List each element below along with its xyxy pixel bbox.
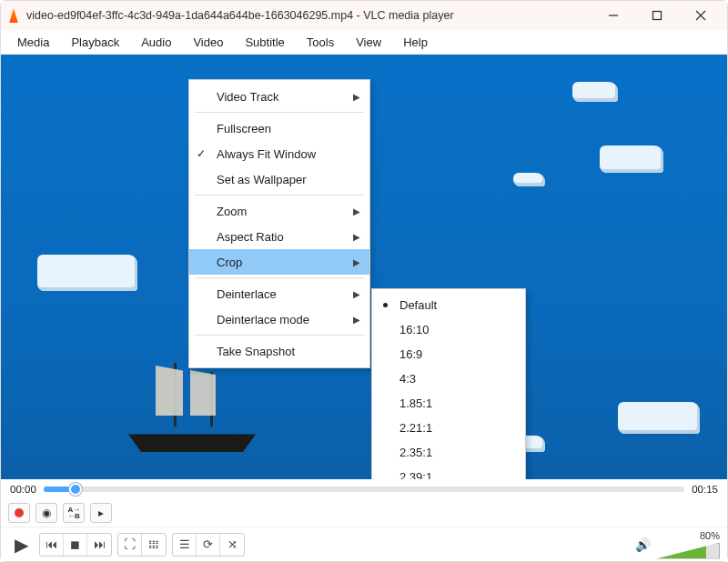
menu-item-label: Crop — [217, 256, 242, 269]
loop-ab-icon: A→←B — [68, 507, 80, 519]
stop-button[interactable]: ◼ — [64, 534, 87, 556]
record-icon — [15, 508, 24, 517]
crop-option-label: 2.35:1 — [399, 446, 432, 459]
menu-item-aspect-ratio[interactable]: Aspect Ratio▶ — [189, 224, 369, 249]
submenu-arrow-icon: ▶ — [353, 257, 360, 267]
menu-separator — [195, 195, 364, 196]
check-icon: ✓ — [197, 147, 206, 160]
crop-option[interactable]: 1.85:1 — [372, 391, 525, 416]
playlist-icon: ☰ — [179, 537, 190, 551]
menu-item-label: Deinterlace mode — [217, 313, 309, 326]
volume-control: 🔊 80% — [635, 530, 720, 559]
menu-item-label: Fullscreen — [217, 122, 271, 135]
loop-icon: ⟳ — [203, 537, 213, 551]
menu-separator — [195, 335, 364, 336]
menu-audio[interactable]: Audio — [132, 33, 180, 52]
menu-playback[interactable]: Playback — [62, 33, 128, 52]
crop-option[interactable]: 2.35:1 — [372, 440, 525, 465]
window-title: video-ed9f04ef-3ffc-4c3d-949a-1da644a644… — [26, 9, 592, 22]
vlc-cone-icon — [6, 8, 21, 23]
crop-option[interactable]: 16:10 — [372, 317, 525, 342]
menu-item-label: Aspect Ratio — [217, 230, 284, 244]
menu-item-fullscreen[interactable]: Fullscreen — [189, 115, 369, 141]
snapshot-button[interactable]: ◉ — [35, 503, 57, 523]
crop-option-label: 2.39:1 — [399, 470, 432, 479]
minimize-button[interactable] — [600, 3, 627, 28]
maximize-button[interactable] — [643, 3, 671, 28]
menu-subtitle[interactable]: Subtitle — [236, 33, 293, 52]
play-icon: ▶ — [15, 534, 28, 556]
menu-item-label: Always Fit Window — [217, 147, 316, 161]
submenu-arrow-icon: ▶ — [353, 232, 360, 242]
crop-option[interactable]: 16:9 — [372, 342, 525, 366]
time-total[interactable]: 00:15 — [692, 484, 718, 495]
submenu-arrow-icon: ▶ — [353, 315, 360, 325]
speaker-icon: 🔊 — [635, 537, 651, 552]
play-button[interactable]: ▶ — [8, 533, 34, 557]
frame-step-button[interactable]: ▸ — [90, 503, 112, 523]
crop-option-label: 16:9 — [399, 347, 422, 361]
menu-media[interactable]: Media — [8, 33, 58, 52]
next-button[interactable]: ⏭ — [87, 534, 111, 556]
submenu-arrow-icon: ▶ — [353, 289, 360, 299]
crop-option-label: 4:3 — [399, 372, 416, 386]
menu-item-label: Deinterlace — [217, 287, 277, 301]
video-menu-dropdown: Video Track▶ Fullscreen ✓Always Fit Wind… — [188, 79, 370, 368]
menu-view[interactable]: View — [347, 33, 390, 52]
mute-button[interactable]: 🔊 — [635, 537, 651, 552]
crop-option[interactable]: 4:3 — [372, 366, 525, 391]
next-icon: ⏭ — [94, 537, 106, 551]
volume-slider[interactable] — [656, 543, 720, 559]
frame-step-icon: ▸ — [98, 507, 104, 519]
crop-option[interactable]: 2.21:1 — [372, 416, 525, 440]
crop-option[interactable]: 2.39:1 — [372, 465, 525, 479]
menu-video[interactable]: Video — [184, 33, 232, 52]
menu-item-always-fit[interactable]: ✓Always Fit Window — [189, 141, 369, 166]
menu-separator — [195, 112, 364, 113]
menu-item-zoom[interactable]: Zoom▶ — [189, 198, 369, 224]
crop-submenu: Default16:1016:94:31.85:12.21:12.35:12.3… — [371, 288, 526, 479]
submenu-arrow-icon: ▶ — [353, 206, 360, 216]
extended-settings-button[interactable]: 𝍖 — [142, 534, 166, 556]
video-content — [110, 361, 274, 452]
menu-help[interactable]: Help — [394, 33, 437, 52]
radio-dot-icon — [383, 303, 388, 307]
menu-item-label: Take Snapshot — [217, 345, 295, 358]
seek-slider[interactable] — [44, 487, 684, 492]
time-elapsed[interactable]: 00:00 — [10, 484, 36, 495]
playlist-group: ☰ ⟳ ⤨ — [172, 533, 245, 557]
record-button[interactable] — [8, 503, 30, 523]
crop-option-label: Default — [399, 298, 437, 312]
video-canvas[interactable]: Video Track▶ Fullscreen ✓Always Fit Wind… — [1, 55, 727, 479]
secondary-toolbar: ◉ A→←B ▸ — [1, 499, 727, 527]
crop-option-label: 2.21:1 — [399, 421, 432, 435]
view-group: ⛶ 𝍖 — [117, 533, 167, 557]
submenu-arrow-icon: ▶ — [353, 92, 360, 102]
crop-option[interactable]: Default — [372, 293, 525, 317]
close-button[interactable] — [687, 3, 714, 28]
menu-item-video-track[interactable]: Video Track▶ — [189, 84, 369, 109]
menu-tools[interactable]: Tools — [298, 33, 343, 52]
menu-item-deinterlace-mode[interactable]: Deinterlace mode▶ — [189, 306, 369, 332]
video-content — [572, 82, 618, 102]
shuffle-button[interactable]: ⤨ — [220, 534, 244, 556]
time-bar: 00:00 00:15 — [1, 479, 727, 499]
seek-knob[interactable] — [71, 485, 80, 494]
equalizer-icon: 𝍖 — [148, 537, 159, 551]
menu-item-snapshot[interactable]: Take Snapshot — [189, 338, 369, 364]
main-toolbar: ▶ ⏮ ◼ ⏭ ⛶ 𝍖 ☰ ⟳ ⤨ 🔊 80% — [1, 527, 727, 561]
crop-option-label: 16:10 — [399, 323, 430, 336]
menu-item-crop[interactable]: Crop▶ — [189, 249, 369, 275]
menu-separator — [195, 277, 364, 278]
fullscreen-button[interactable]: ⛶ — [118, 534, 142, 556]
loop-button[interactable]: ⟳ — [197, 534, 220, 556]
previous-button[interactable]: ⏮ — [40, 534, 64, 556]
menu-item-wallpaper[interactable]: Set as Wallpaper — [189, 166, 369, 192]
svg-rect-1 — [653, 12, 662, 20]
menubar: Media Playback Audio Video Subtitle Tool… — [1, 30, 727, 55]
video-content — [37, 255, 137, 291]
playlist-button[interactable]: ☰ — [173, 534, 197, 556]
loop-ab-button[interactable]: A→←B — [63, 503, 85, 523]
menu-item-deinterlace[interactable]: Deinterlace▶ — [189, 281, 369, 306]
window-controls — [592, 3, 722, 28]
